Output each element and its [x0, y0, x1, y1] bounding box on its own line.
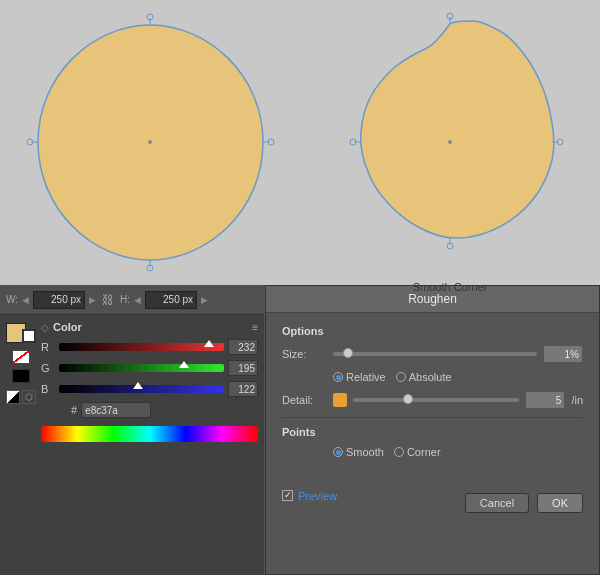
size-type-group: Relative Absolute [282, 371, 583, 383]
color-panel-content: ⬡ ◇ Color ≡ R [0, 315, 264, 448]
color-mode-icons: ⬡ [6, 321, 36, 442]
color-panel-menu[interactable]: ≡ [252, 322, 258, 333]
r-slider-thumb [204, 340, 214, 347]
left-shape-svg [18, 10, 283, 275]
width-decrement[interactable]: ◀ [22, 295, 29, 305]
absolute-option[interactable]: Absolute [396, 371, 452, 383]
right-shape-container: Smooth Corner [318, 10, 583, 275]
size-slider-thumb [343, 348, 353, 358]
detail-icon [333, 393, 347, 407]
none-swatch[interactable] [12, 350, 30, 364]
preview-checkbox[interactable] [282, 490, 293, 501]
detail-slider[interactable] [353, 398, 519, 402]
color-controls: ◇ Color ≡ R G [41, 321, 258, 442]
preview-label: Preview [298, 490, 337, 502]
right-shape-path [360, 21, 553, 238]
corner-option[interactable]: Corner [394, 446, 441, 458]
smooth-label: Smooth [346, 446, 384, 458]
width-label: W: [6, 294, 18, 305]
left-panel: W: ◀ ▶ ⛓ H: ◀ ▶ [0, 285, 265, 575]
options-title: Options [282, 325, 583, 337]
bottom-area: W: ◀ ▶ ⛓ H: ◀ ▶ [0, 285, 600, 575]
corner-label: Corner [407, 446, 441, 458]
corner-radio[interactable] [394, 447, 404, 457]
relative-label: Relative [346, 371, 386, 383]
r-channel-row: R [41, 339, 258, 355]
absolute-label: Absolute [409, 371, 452, 383]
b-channel-row: B [41, 381, 258, 397]
b-slider-track[interactable] [59, 385, 224, 393]
color-panel-header: ◇ Color ≡ [41, 321, 258, 333]
smooth-corner-label: Smooth Corner [413, 281, 488, 293]
color-spectrum[interactable] [41, 426, 258, 442]
right-center-dot [448, 140, 452, 144]
r-slider-track[interactable] [59, 343, 224, 351]
r-value-input[interactable] [228, 339, 258, 355]
ok-button[interactable]: OK [537, 493, 583, 513]
bottom-row: Preview Cancel OK [282, 478, 583, 513]
color-panel-title: Color [53, 321, 252, 333]
link-icon[interactable]: ⛓ [102, 293, 114, 307]
relative-option[interactable]: Relative [333, 371, 386, 383]
color-panel-diamond: ◇ [41, 322, 49, 333]
stroke-swatch[interactable] [22, 329, 36, 343]
absolute-radio[interactable] [396, 372, 406, 382]
g-value-input[interactable] [228, 360, 258, 376]
hex-row: # [41, 402, 258, 418]
g-channel-row: G [41, 360, 258, 376]
cube-icon[interactable]: ⬡ [22, 390, 36, 404]
height-input[interactable] [145, 291, 197, 309]
relative-radio[interactable] [333, 372, 343, 382]
detail-unit: /in [571, 394, 583, 406]
right-shape-svg [318, 10, 583, 275]
points-title: Points [282, 426, 583, 438]
height-label: H: [120, 294, 130, 305]
b-label: B [41, 383, 55, 395]
detail-slider-thumb [403, 394, 413, 404]
height-increment[interactable]: ▶ [201, 295, 208, 305]
smooth-radio[interactable] [333, 447, 343, 457]
size-label: Size: [282, 348, 327, 360]
hex-label: # [71, 404, 77, 416]
b-value-input[interactable] [228, 381, 258, 397]
detail-row: Detail: /in [282, 391, 583, 409]
points-type-group: Smooth Corner [282, 446, 583, 458]
r-label: R [41, 341, 55, 353]
hex-input[interactable] [81, 402, 151, 418]
size-value[interactable] [543, 345, 583, 363]
roughen-dialog: Roughen Options Size: Relative [265, 285, 600, 575]
dialog-buttons: Cancel OK [465, 493, 583, 513]
height-decrement[interactable]: ◀ [134, 295, 141, 305]
dialog-body: Options Size: Relative Absolute [266, 313, 599, 525]
size-row: Size: [282, 345, 583, 363]
preview-row: Preview [282, 490, 337, 502]
mode-icons: ⬡ [6, 390, 36, 404]
width-increment[interactable]: ▶ [89, 295, 96, 305]
b-slider-thumb [133, 382, 143, 389]
width-input[interactable] [33, 291, 85, 309]
dialog-divider [282, 417, 583, 418]
black-swatch[interactable] [12, 369, 30, 383]
canvas-area: Smooth Corner [0, 0, 600, 285]
dimensions-bar: W: ◀ ▶ ⛓ H: ◀ ▶ [0, 285, 264, 315]
cancel-button[interactable]: Cancel [465, 493, 529, 513]
detail-value[interactable] [525, 391, 565, 409]
gradient-icon[interactable] [6, 390, 20, 404]
left-shape-container [18, 10, 283, 275]
smooth-option[interactable]: Smooth [333, 446, 384, 458]
g-slider-track[interactable] [59, 364, 224, 372]
size-slider[interactable] [333, 352, 537, 356]
g-slider-thumb [179, 361, 189, 368]
detail-label: Detail: [282, 394, 327, 406]
center-dot [148, 140, 152, 144]
g-label: G [41, 362, 55, 374]
